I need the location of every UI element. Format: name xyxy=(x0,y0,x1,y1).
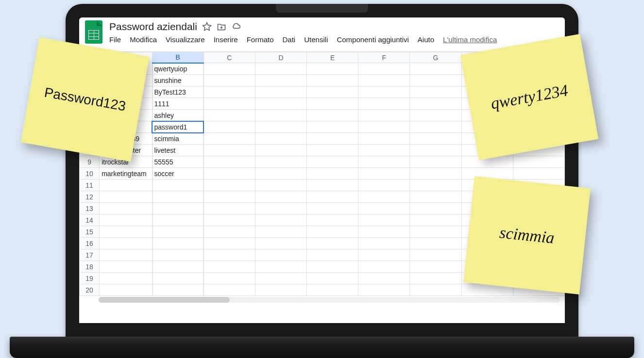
cell[interactable] xyxy=(152,284,203,296)
cell[interactable] xyxy=(307,179,358,191)
cell[interactable] xyxy=(255,168,306,179)
cell[interactable] xyxy=(255,249,306,261)
menu-edit[interactable]: Modifica xyxy=(130,35,157,44)
cell[interactable] xyxy=(203,110,255,121)
cell[interactable]: ByTest123 xyxy=(152,86,203,98)
cell[interactable] xyxy=(358,133,410,145)
cell[interactable] xyxy=(358,226,410,238)
cell[interactable]: soccer xyxy=(152,168,203,179)
cell[interactable] xyxy=(358,179,410,191)
row-header[interactable]: 16 xyxy=(80,238,100,249)
cell[interactable] xyxy=(307,249,358,261)
cell[interactable] xyxy=(307,156,358,168)
cell[interactable] xyxy=(255,273,306,284)
cell[interactable] xyxy=(203,284,255,296)
cell[interactable] xyxy=(255,75,306,86)
cell[interactable] xyxy=(152,203,203,214)
cell[interactable] xyxy=(203,63,255,75)
cell[interactable] xyxy=(307,63,358,75)
row-header[interactable]: 13 xyxy=(80,203,100,214)
cell[interactable] xyxy=(100,261,152,273)
cell[interactable] xyxy=(410,75,461,86)
cell[interactable] xyxy=(255,63,306,75)
menu-view[interactable]: Visualizzare xyxy=(166,35,205,44)
cloud-status-icon[interactable] xyxy=(231,22,241,32)
cell[interactable] xyxy=(410,261,461,273)
cell[interactable] xyxy=(358,238,410,249)
cell[interactable] xyxy=(203,121,255,133)
cell[interactable] xyxy=(410,145,461,156)
cell[interactable] xyxy=(255,121,306,133)
cell[interactable] xyxy=(307,75,358,86)
cell[interactable] xyxy=(410,203,461,214)
cell[interactable] xyxy=(358,203,410,214)
cell[interactable] xyxy=(358,86,410,98)
column-header-D[interactable]: D xyxy=(255,52,306,63)
cell[interactable] xyxy=(358,168,410,179)
cell[interactable] xyxy=(358,214,410,226)
cell[interactable] xyxy=(152,226,203,238)
menu-format[interactable]: Formato xyxy=(247,35,274,44)
cell[interactable]: password1 xyxy=(152,121,203,133)
cell[interactable] xyxy=(152,179,203,191)
cell[interactable] xyxy=(410,273,461,284)
cell[interactable] xyxy=(100,191,152,203)
cell[interactable] xyxy=(255,191,306,203)
cell[interactable] xyxy=(100,238,152,249)
cell[interactable] xyxy=(255,214,306,226)
cell[interactable] xyxy=(203,273,255,284)
cell[interactable] xyxy=(410,86,461,98)
cell[interactable] xyxy=(513,168,564,179)
cell[interactable] xyxy=(255,133,306,145)
cell[interactable] xyxy=(358,110,410,121)
cell[interactable]: 1111 xyxy=(152,98,203,110)
star-icon[interactable] xyxy=(202,22,212,32)
cell[interactable] xyxy=(410,179,461,191)
cell[interactable] xyxy=(203,133,255,145)
cell[interactable] xyxy=(255,284,306,296)
cell[interactable] xyxy=(255,98,306,110)
row-header[interactable]: 19 xyxy=(80,273,100,284)
cell[interactable] xyxy=(410,191,461,203)
cell[interactable] xyxy=(410,133,461,145)
cell[interactable] xyxy=(410,214,461,226)
horizontal-scrollbar-thumb[interactable] xyxy=(99,297,230,303)
cell[interactable] xyxy=(307,284,358,296)
row-header[interactable]: 18 xyxy=(80,261,100,273)
cell[interactable] xyxy=(100,273,152,284)
cell[interactable] xyxy=(410,63,461,75)
cell[interactable] xyxy=(307,226,358,238)
cell[interactable] xyxy=(100,203,152,214)
cell[interactable] xyxy=(307,110,358,121)
cell[interactable] xyxy=(410,110,461,121)
cell[interactable] xyxy=(410,226,461,238)
cell[interactable] xyxy=(203,214,255,226)
cell[interactable] xyxy=(203,191,255,203)
move-to-folder-icon[interactable] xyxy=(217,22,226,32)
cell[interactable] xyxy=(410,121,461,133)
cell[interactable]: 55555 xyxy=(152,156,203,168)
cell[interactable] xyxy=(100,226,152,238)
cell[interactable]: marketingteam xyxy=(100,168,152,179)
cell[interactable]: livetest xyxy=(152,145,203,156)
cell[interactable] xyxy=(255,203,306,214)
cell[interactable] xyxy=(255,145,306,156)
cell[interactable] xyxy=(100,179,152,191)
cell[interactable] xyxy=(255,261,306,273)
cell[interactable] xyxy=(358,98,410,110)
menu-last-edit[interactable]: L'ultima modifica xyxy=(443,35,497,44)
cell[interactable] xyxy=(152,273,203,284)
cell[interactable] xyxy=(410,284,461,296)
cell[interactable] xyxy=(410,249,461,261)
cell[interactable] xyxy=(410,168,461,179)
cell[interactable] xyxy=(203,168,255,179)
cell[interactable] xyxy=(203,86,255,98)
cell[interactable] xyxy=(255,238,306,249)
cell[interactable] xyxy=(152,214,203,226)
row-header[interactable]: 9 xyxy=(80,156,100,168)
cell[interactable] xyxy=(203,145,255,156)
cell[interactable] xyxy=(307,133,358,145)
cell[interactable] xyxy=(358,284,410,296)
column-header-F[interactable]: F xyxy=(358,52,410,63)
cell[interactable] xyxy=(203,249,255,261)
